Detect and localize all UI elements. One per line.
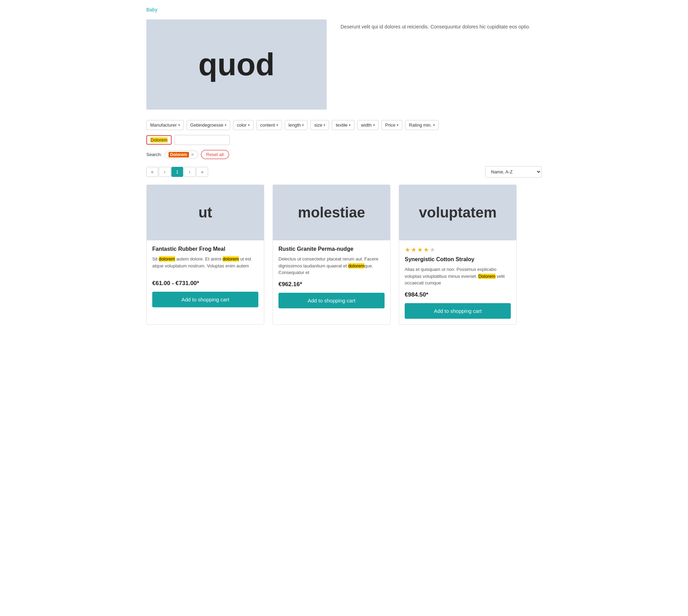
chevron-down-icon: ▾ (276, 123, 278, 127)
star-half: ★ (423, 246, 429, 254)
last-page-button[interactable]: » (196, 167, 208, 177)
sort-select[interactable]: Name, A-ZName, Z-APrice, low to highPric… (485, 166, 542, 178)
filter-size[interactable]: size▾ (310, 120, 329, 130)
chevron-down-icon: ▾ (349, 123, 351, 127)
chevron-down-icon: ▾ (324, 123, 325, 127)
chevron-down-icon: ▾ (302, 123, 304, 127)
filter-rating[interactable]: Rating min.▾ (405, 120, 439, 130)
product-body: Rustic Granite Perma-nudge Delectus ut c… (273, 240, 390, 314)
product-card: molestiae Rustic Granite Perma-nudge Del… (273, 185, 390, 325)
highlight-text: dolorem (159, 256, 175, 262)
highlight-text: Dolorem (478, 274, 495, 279)
active-filter-prefix: Search: (146, 152, 162, 157)
product-description: Alias et quisquam ut non. Possimus expli… (405, 266, 511, 286)
product-card: ut Fantastic Rubber Frog Meal Sit dolore… (146, 185, 264, 325)
star-empty: ★ (430, 246, 435, 254)
product-body: Fantastic Rubber Frog Meal Sit dolorem a… (147, 240, 264, 313)
star-filled: ★ (405, 246, 410, 254)
product-image: molestiae (273, 185, 390, 240)
search-tag-text: Dolorem (150, 137, 167, 143)
filter-label: Manufacturer (150, 122, 177, 128)
search-row: Dolorem (146, 135, 542, 145)
star-filled: ★ (417, 246, 423, 254)
product-price: €984.50* (405, 291, 511, 298)
product-image: ut (147, 185, 264, 240)
filter-color[interactable]: color▾ (233, 120, 253, 130)
chevron-down-icon: ▾ (178, 123, 180, 127)
chevron-down-icon: ▾ (397, 123, 398, 127)
add-to-cart-button[interactable]: Add to shopping cart (152, 292, 258, 307)
product-image-text: molestiae (298, 204, 365, 221)
chevron-down-icon: ▾ (225, 123, 226, 127)
active-filter-value: Dolorem (169, 152, 189, 157)
products-grid: ut Fantastic Rubber Frog Meal Sit dolore… (146, 185, 542, 325)
pagination-sort-row: « ‹ 1 › » Name, A-ZName, Z-APrice, low t… (146, 166, 542, 178)
filter-gebindegroesse[interactable]: Gebindegroesse▾ (187, 120, 230, 130)
product-price: €61.00 - €731.00* (152, 280, 258, 287)
highlight-text: dolorem (348, 263, 364, 268)
pagination: « ‹ 1 › » (146, 167, 208, 177)
filter-label: Gebindegroesse (190, 122, 223, 128)
first-page-button[interactable]: « (146, 167, 158, 177)
add-to-cart-button[interactable]: Add to shopping cart (405, 303, 511, 319)
filter-label: content (260, 122, 275, 128)
remove-filter-icon[interactable]: ✕ (191, 152, 194, 157)
product-title: Synergistic Cotton Straloy (405, 256, 511, 263)
product-title: Fantastic Rubber Frog Meal (152, 246, 258, 252)
product-card: voluptatem ★★★★★ Synergistic Cotton Stra… (399, 185, 517, 325)
filter-label: size (314, 122, 322, 128)
filter-label: width (361, 122, 371, 128)
breadcrumb[interactable]: Baby (146, 7, 542, 12)
filter-manufacturer[interactable]: Manufacturer▾ (146, 120, 184, 130)
filters-row: Manufacturer▾Gebindegroesse▾color▾conten… (146, 120, 542, 130)
product-stars: ★★★★★ (405, 246, 511, 254)
product-description: Sit dolorem autem dolore. Et animi dolor… (152, 256, 258, 275)
current-page-button[interactable]: 1 (171, 167, 183, 177)
chevron-down-icon: ▾ (433, 123, 435, 127)
product-image-text: ut (198, 204, 212, 221)
filter-price[interactable]: Price▾ (381, 120, 403, 130)
product-body: ★★★★★ Synergistic Cotton Straloy Alias e… (399, 240, 516, 324)
filter-label: length (289, 122, 301, 128)
product-image-text: voluptatem (419, 204, 497, 221)
hero-image: quod (146, 19, 327, 110)
highlight-text: dolorem (223, 256, 239, 262)
filter-label: textile (336, 122, 347, 128)
chevron-down-icon: ▾ (373, 123, 375, 127)
filter-label: color (237, 122, 247, 128)
filter-label: Rating min. (409, 122, 432, 128)
product-description: Delectus ut consectetur placeat rerum au… (278, 256, 385, 276)
hero-image-text: quod (198, 47, 275, 83)
product-image: voluptatem (399, 185, 516, 240)
reset-all-button[interactable]: Reset all (201, 150, 230, 159)
filter-length[interactable]: length▾ (285, 120, 308, 130)
star-filled: ★ (411, 246, 416, 254)
next-page-button[interactable]: › (184, 167, 196, 177)
filter-content[interactable]: content▾ (256, 120, 282, 130)
hero-section: quod Deserunt velit qui id dolores ut re… (146, 19, 542, 110)
search-input[interactable] (174, 135, 230, 145)
product-price: €962.16* (278, 281, 385, 288)
hero-description: Deserunt velit qui id dolores ut reicien… (341, 19, 542, 110)
active-filters: Search: Dolorem ✕ Reset all (146, 150, 542, 159)
product-title: Rustic Granite Perma-nudge (278, 246, 385, 252)
active-filter-tag: Dolorem ✕ (165, 151, 198, 159)
search-tag: Dolorem (146, 135, 172, 145)
filter-textile[interactable]: textile▾ (332, 120, 354, 130)
add-to-cart-button[interactable]: Add to shopping cart (278, 293, 385, 308)
filter-width[interactable]: width▾ (357, 120, 378, 130)
prev-page-button[interactable]: ‹ (159, 167, 171, 177)
filter-label: Price (385, 122, 396, 128)
chevron-down-icon: ▾ (248, 123, 250, 127)
